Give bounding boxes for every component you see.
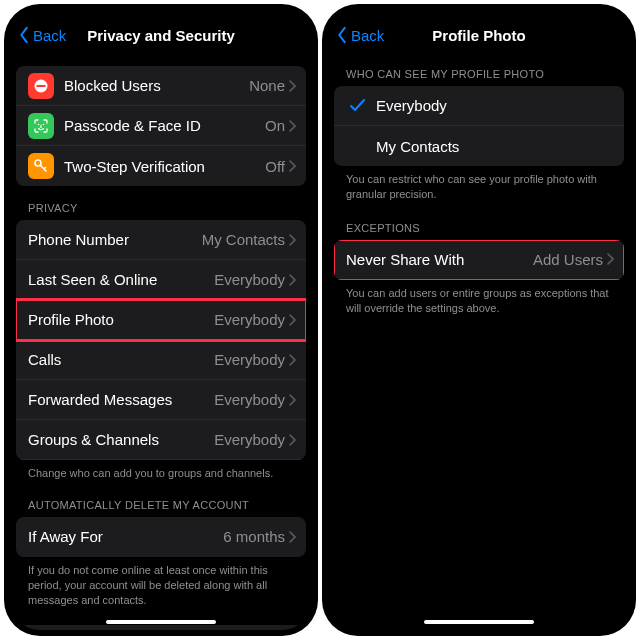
row-label: Profile Photo (28, 311, 214, 328)
svg-point-2 (38, 123, 40, 125)
row-value: Everybody (214, 391, 285, 408)
nav-bar: Back Profile Photo (328, 10, 630, 50)
chevron-right-icon (289, 120, 296, 132)
svg-point-3 (43, 123, 45, 125)
option-everybody[interactable]: Everybody (334, 86, 624, 126)
row-phone-number[interactable]: Phone NumberMy Contacts (16, 220, 306, 260)
key-icon (28, 153, 54, 179)
home-indicator[interactable] (106, 620, 216, 624)
row-calls[interactable]: CallsEverybody (16, 340, 306, 380)
row-value: Add Users (533, 251, 603, 268)
row-groups-channels[interactable]: Groups & ChannelsEverybody (16, 420, 306, 460)
faceid-icon (28, 113, 54, 139)
phone-right: Back Profile Photo WHO CAN SEE MY PROFIL… (322, 4, 636, 636)
row-label: Phone Number (28, 231, 202, 248)
row-label: If Away For (28, 528, 223, 545)
section-data: Data Settings (16, 625, 306, 630)
row-forwarded-messages[interactable]: Forwarded MessagesEverybody (16, 380, 306, 420)
home-indicator[interactable] (424, 620, 534, 624)
back-label: Back (351, 27, 384, 44)
page-title: Privacy and Security (87, 27, 235, 44)
page-title: Profile Photo (432, 27, 525, 44)
chevron-right-icon (289, 160, 296, 172)
chevron-right-icon (289, 314, 296, 326)
row-value: On (265, 117, 285, 134)
footer-exceptions: You can add users or entire groups as ex… (334, 280, 624, 316)
row-profile-photo[interactable]: Profile PhotoEverybody (16, 300, 306, 340)
section-title-privacy: PRIVACY (16, 202, 306, 220)
footer-whocansee: You can restrict who can see your profil… (334, 166, 624, 202)
row-data-settings[interactable]: Data Settings (16, 625, 306, 630)
row-passcode-face-id[interactable]: Passcode & Face IDOn (16, 106, 306, 146)
option-label: My Contacts (376, 138, 614, 155)
section-security: Blocked UsersNonePasscode & Face IDOnTwo… (16, 66, 306, 186)
section-autodelete: If Away For 6 months (16, 517, 306, 557)
chevron-right-icon (289, 274, 296, 286)
option-label: Everybody (376, 97, 614, 114)
row-label: Never Share With (346, 251, 533, 268)
chevron-right-icon (289, 531, 296, 543)
chevron-right-icon (289, 234, 296, 246)
row-never-share-with[interactable]: Never Share With Add Users (334, 240, 624, 280)
chevron-right-icon (289, 394, 296, 406)
chevron-right-icon (607, 253, 614, 265)
section-title-whocansee: WHO CAN SEE MY PROFILE PHOTO (334, 68, 624, 86)
option-my-contacts[interactable]: My Contacts (334, 126, 624, 166)
footer-autodelete: If you do not come online at least once … (16, 557, 306, 608)
chevron-left-icon (336, 26, 348, 44)
section-title-autodelete: AUTOMATICALLY DELETE MY ACCOUNT (16, 499, 306, 517)
row-label: Blocked Users (64, 77, 249, 94)
nav-bar: Back Privacy and Security (10, 10, 312, 50)
row-blocked-users[interactable]: Blocked UsersNone (16, 66, 306, 106)
chevron-right-icon (289, 80, 296, 92)
section-exceptions: Never Share With Add Users (334, 240, 624, 280)
phone-left: Back Privacy and Security Blocked UsersN… (4, 4, 318, 636)
back-button[interactable]: Back (18, 26, 66, 44)
row-two-step-verification[interactable]: Two-Step VerificationOff (16, 146, 306, 186)
row-value: Off (265, 158, 285, 175)
row-label: Passcode & Face ID (64, 117, 265, 134)
row-label: Groups & Channels (28, 431, 214, 448)
chevron-left-icon (18, 26, 30, 44)
chevron-right-icon (289, 354, 296, 366)
row-label: Last Seen & Online (28, 271, 214, 288)
section-title-exceptions: EXCEPTIONS (334, 222, 624, 240)
checkmark-icon (346, 99, 368, 112)
row-label: Calls (28, 351, 214, 368)
row-value: My Contacts (202, 231, 285, 248)
block-icon (28, 73, 54, 99)
footer-privacy: Change who can add you to groups and cha… (16, 460, 306, 481)
section-whocansee: EverybodyMy Contacts (334, 86, 624, 166)
svg-rect-1 (37, 85, 46, 87)
row-last-seen-online[interactable]: Last Seen & OnlineEverybody (16, 260, 306, 300)
back-label: Back (33, 27, 66, 44)
row-value: Everybody (214, 431, 285, 448)
row-value: Everybody (214, 311, 285, 328)
row-label: Forwarded Messages (28, 391, 214, 408)
row-label: Two-Step Verification (64, 158, 265, 175)
row-value: None (249, 77, 285, 94)
section-privacy: Phone NumberMy ContactsLast Seen & Onlin… (16, 220, 306, 460)
chevron-right-icon (289, 434, 296, 446)
row-value: Everybody (214, 271, 285, 288)
back-button[interactable]: Back (336, 26, 384, 44)
row-value: Everybody (214, 351, 285, 368)
row-value: 6 months (223, 528, 285, 545)
row-if-away-for[interactable]: If Away For 6 months (16, 517, 306, 557)
